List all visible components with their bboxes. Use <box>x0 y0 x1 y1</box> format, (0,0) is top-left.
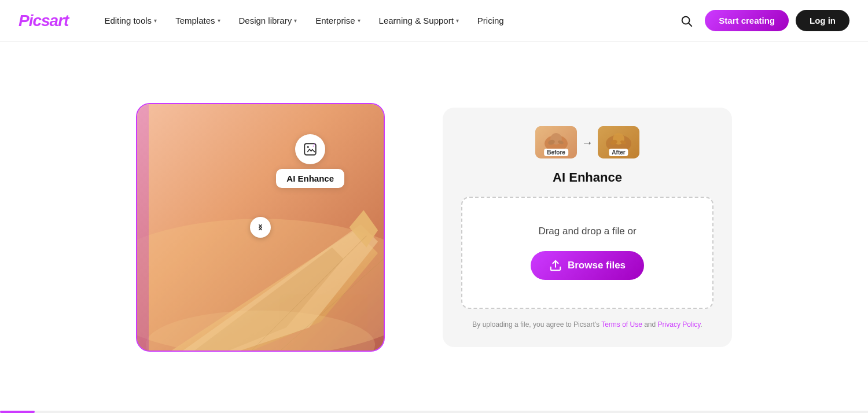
logo[interactable]: Picsart <box>19 12 68 30</box>
after-image: After <box>598 126 639 158</box>
ai-enhance-label: AI Enhance <box>276 169 344 188</box>
comparison-slider[interactable] <box>250 217 271 238</box>
login-button[interactable]: Log in <box>796 10 849 31</box>
chevron-enterprise-icon: ▾ <box>358 17 361 24</box>
main-content: AI Enhance <box>0 42 868 413</box>
upload-icon <box>549 259 562 272</box>
slider-arrows-icon <box>255 222 266 233</box>
before-image: Before <box>535 126 577 158</box>
chevron-design-library-icon: ▾ <box>294 17 297 24</box>
chevron-learning-support-icon: ▾ <box>456 17 459 24</box>
ai-icon-circle <box>295 134 325 164</box>
svg-rect-7 <box>304 143 316 155</box>
svg-point-8 <box>307 146 309 148</box>
start-creating-button[interactable]: Start creating <box>705 10 789 31</box>
nav-link-pricing[interactable]: Pricing <box>469 11 512 30</box>
image-comparison: AI Enhance <box>136 103 385 352</box>
before-after-preview: Before → After <box>535 126 639 158</box>
bottom-bar-progress <box>0 411 35 413</box>
drag-drop-text: Drag and drop a file or <box>538 226 636 237</box>
drop-zone[interactable]: Drag and drop a file or Browse files <box>461 197 713 309</box>
bottom-bar <box>0 411 868 413</box>
chevron-templates-icon: ▾ <box>218 17 220 24</box>
nav-right: Start creating Log in <box>675 9 849 32</box>
nav-links: Editing tools▾Templates▾Design library▾E… <box>96 11 675 30</box>
browse-files-label: Browse files <box>568 260 626 271</box>
privacy-policy-link[interactable]: Privacy Policy <box>658 320 701 329</box>
nav-link-design-library[interactable]: Design library▾ <box>231 11 306 30</box>
nav-link-templates[interactable]: Templates▾ <box>167 11 228 30</box>
nav-link-editing-tools[interactable]: Editing tools▾ <box>96 11 165 30</box>
nav-link-learning-support[interactable]: Learning & Support▾ <box>371 11 467 30</box>
ai-enhance-tooltip: AI Enhance <box>276 134 344 188</box>
chevron-editing-tools-icon: ▾ <box>154 17 157 24</box>
svg-line-1 <box>689 23 692 26</box>
after-label: After <box>609 149 628 156</box>
search-button[interactable] <box>675 9 698 32</box>
upload-panel: Before → After <box>443 108 732 347</box>
nav-link-enterprise[interactable]: Enterprise▾ <box>307 11 368 30</box>
ai-enhance-icon <box>303 142 318 157</box>
terms-text: By uploading a file, you agree to Picsar… <box>472 320 702 329</box>
before-label: Before <box>544 149 568 156</box>
panel-title: AI Enhance <box>553 170 622 185</box>
terms-of-use-link[interactable]: Terms of Use <box>601 320 642 329</box>
search-icon <box>680 14 693 27</box>
browse-files-button[interactable]: Browse files <box>531 251 644 280</box>
navbar: Picsart Editing tools▾Templates▾Design l… <box>0 0 868 42</box>
arrow-right-icon: → <box>582 136 593 149</box>
